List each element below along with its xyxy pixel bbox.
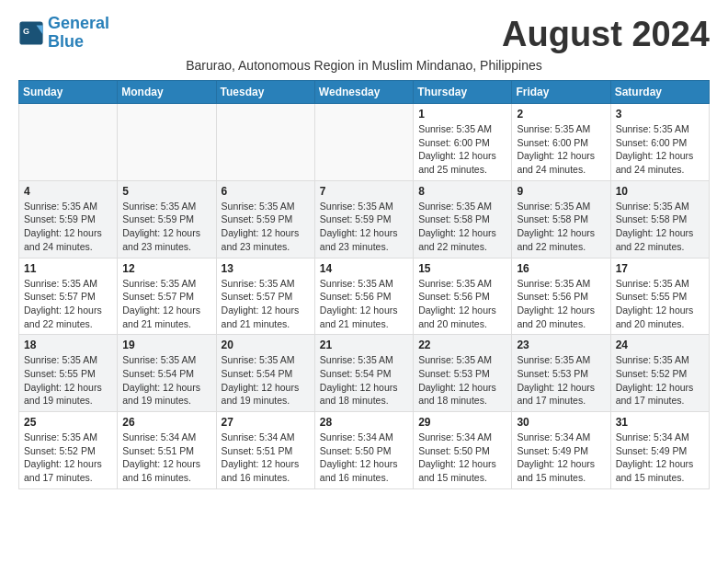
weekday-header-tuesday: Tuesday [216,81,314,104]
calendar-cell: 23Sunrise: 5:35 AMSunset: 5:53 PMDayligh… [512,335,610,412]
day-info: Sunrise: 5:34 AMSunset: 5:49 PMDaylight:… [616,431,704,485]
day-number: 31 [616,416,704,429]
calendar-week-row: 1Sunrise: 5:35 AMSunset: 6:00 PMDaylight… [19,104,710,181]
calendar-cell [19,104,118,181]
calendar-cell: 6Sunrise: 5:35 AMSunset: 5:59 PMDaylight… [216,180,314,258]
weekday-header-saturday: Saturday [610,81,709,104]
day-info: Sunrise: 5:35 AMSunset: 5:54 PMDaylight:… [222,353,310,408]
calendar-cell: 29Sunrise: 5:34 AMSunset: 5:50 PMDayligh… [414,412,512,489]
day-number: 19 [122,339,210,351]
day-info: Sunrise: 5:35 AMSunset: 5:57 PMDaylight:… [222,277,310,331]
weekday-header-monday: Monday [118,81,216,104]
day-number: 10 [616,185,704,198]
calendar-cell: 21Sunrise: 5:35 AMSunset: 5:54 PMDayligh… [314,335,413,412]
calendar-cell: 30Sunrise: 5:34 AMSunset: 5:49 PMDayligh… [512,412,610,489]
day-info: Sunrise: 5:35 AMSunset: 5:57 PMDaylight:… [122,277,210,331]
calendar-cell: 4Sunrise: 5:35 AMSunset: 5:59 PMDaylight… [19,180,118,258]
calendar-cell: 19Sunrise: 5:35 AMSunset: 5:54 PMDayligh… [118,335,216,412]
day-number: 18 [24,339,112,351]
day-info: Sunrise: 5:35 AMSunset: 5:53 PMDaylight:… [517,353,605,408]
page-header: G General Blue August 2024 [18,15,710,54]
weekday-header-row: SundayMondayTuesdayWednesdayThursdayFrid… [19,81,710,104]
day-number: 17 [616,262,704,275]
weekday-header-thursday: Thursday [414,81,512,104]
calendar-cell: 8Sunrise: 5:35 AMSunset: 5:58 PMDaylight… [414,180,512,258]
day-number: 30 [517,416,605,429]
weekday-header-friday: Friday [512,81,610,104]
calendar-cell: 12Sunrise: 5:35 AMSunset: 5:57 PMDayligh… [118,258,216,335]
weekday-header-sunday: Sunday [19,81,118,104]
calendar-cell: 7Sunrise: 5:35 AMSunset: 5:59 PMDaylight… [314,180,413,258]
day-info: Sunrise: 5:35 AMSunset: 5:55 PMDaylight:… [24,353,112,408]
day-info: Sunrise: 5:34 AMSunset: 5:51 PMDaylight:… [122,431,210,485]
calendar-cell: 31Sunrise: 5:34 AMSunset: 5:49 PMDayligh… [610,412,709,489]
day-info: Sunrise: 5:35 AMSunset: 6:00 PMDaylight:… [616,122,704,177]
calendar-cell: 27Sunrise: 5:34 AMSunset: 5:51 PMDayligh… [216,412,314,489]
day-number: 12 [122,262,210,275]
calendar-cell [314,104,413,181]
logo-text: General Blue [48,15,109,52]
calendar-week-row: 18Sunrise: 5:35 AMSunset: 5:55 PMDayligh… [19,335,710,412]
day-info: Sunrise: 5:35 AMSunset: 5:59 PMDaylight:… [222,200,310,254]
calendar-cell: 26Sunrise: 5:34 AMSunset: 5:51 PMDayligh… [118,412,216,489]
day-number: 8 [418,185,506,198]
day-info: Sunrise: 5:35 AMSunset: 5:58 PMDaylight:… [517,200,605,254]
day-info: Sunrise: 5:35 AMSunset: 5:56 PMDaylight:… [320,277,408,331]
day-number: 15 [418,262,506,275]
day-number: 9 [517,185,605,198]
logo: G General Blue [18,15,109,52]
day-number: 26 [122,416,210,429]
day-info: Sunrise: 5:35 AMSunset: 5:57 PMDaylight:… [24,277,112,331]
day-info: Sunrise: 5:34 AMSunset: 5:50 PMDaylight:… [320,431,408,485]
day-number: 11 [24,262,112,275]
day-info: Sunrise: 5:35 AMSunset: 5:58 PMDaylight:… [418,200,506,254]
day-info: Sunrise: 5:35 AMSunset: 6:00 PMDaylight:… [418,122,506,177]
calendar-subtitle: Barurao, Autonomous Region in Muslim Min… [18,58,710,73]
calendar-cell: 28Sunrise: 5:34 AMSunset: 5:50 PMDayligh… [314,412,413,489]
day-number: 1 [418,108,506,121]
day-number: 28 [320,416,408,429]
day-info: Sunrise: 5:34 AMSunset: 5:50 PMDaylight:… [418,431,506,485]
day-info: Sunrise: 5:35 AMSunset: 5:56 PMDaylight:… [418,277,506,331]
calendar-cell: 18Sunrise: 5:35 AMSunset: 5:55 PMDayligh… [19,335,118,412]
calendar-table: SundayMondayTuesdayWednesdayThursdayFrid… [18,80,710,489]
calendar-cell: 15Sunrise: 5:35 AMSunset: 5:56 PMDayligh… [414,258,512,335]
day-number: 2 [517,108,605,121]
day-number: 6 [222,185,310,198]
calendar-cell: 3Sunrise: 5:35 AMSunset: 6:00 PMDaylight… [610,104,709,181]
day-number: 27 [222,416,310,429]
calendar-cell [216,104,314,181]
day-info: Sunrise: 5:35 AMSunset: 5:58 PMDaylight:… [616,200,704,254]
day-number: 3 [616,108,704,121]
day-info: Sunrise: 5:35 AMSunset: 5:56 PMDaylight:… [517,277,605,331]
calendar-cell [118,104,216,181]
calendar-cell: 5Sunrise: 5:35 AMSunset: 5:59 PMDaylight… [118,180,216,258]
calendar-cell: 10Sunrise: 5:35 AMSunset: 5:58 PMDayligh… [610,180,709,258]
svg-text:G: G [23,27,29,36]
day-info: Sunrise: 5:34 AMSunset: 5:51 PMDaylight:… [222,431,310,485]
day-number: 4 [24,185,112,198]
month-year-title: August 2024 [502,15,710,54]
day-number: 20 [222,339,310,351]
day-info: Sunrise: 5:35 AMSunset: 5:54 PMDaylight:… [320,353,408,408]
calendar-cell: 11Sunrise: 5:35 AMSunset: 5:57 PMDayligh… [19,258,118,335]
calendar-cell: 2Sunrise: 5:35 AMSunset: 6:00 PMDaylight… [512,104,610,181]
day-number: 13 [222,262,310,275]
day-info: Sunrise: 5:34 AMSunset: 5:49 PMDaylight:… [517,431,605,485]
day-number: 21 [320,339,408,351]
day-number: 23 [517,339,605,351]
day-number: 14 [320,262,408,275]
calendar-cell: 22Sunrise: 5:35 AMSunset: 5:53 PMDayligh… [414,335,512,412]
day-info: Sunrise: 5:35 AMSunset: 5:59 PMDaylight:… [122,200,210,254]
calendar-cell: 14Sunrise: 5:35 AMSunset: 5:56 PMDayligh… [314,258,413,335]
day-number: 24 [616,339,704,351]
day-info: Sunrise: 5:35 AMSunset: 5:52 PMDaylight:… [616,353,704,408]
day-info: Sunrise: 5:35 AMSunset: 5:54 PMDaylight:… [122,353,210,408]
calendar-cell: 1Sunrise: 5:35 AMSunset: 6:00 PMDaylight… [414,104,512,181]
calendar-cell: 20Sunrise: 5:35 AMSunset: 5:54 PMDayligh… [216,335,314,412]
calendar-cell: 16Sunrise: 5:35 AMSunset: 5:56 PMDayligh… [512,258,610,335]
weekday-header-wednesday: Wednesday [314,81,413,104]
calendar-cell: 13Sunrise: 5:35 AMSunset: 5:57 PMDayligh… [216,258,314,335]
day-number: 16 [517,262,605,275]
calendar-cell: 24Sunrise: 5:35 AMSunset: 5:52 PMDayligh… [610,335,709,412]
